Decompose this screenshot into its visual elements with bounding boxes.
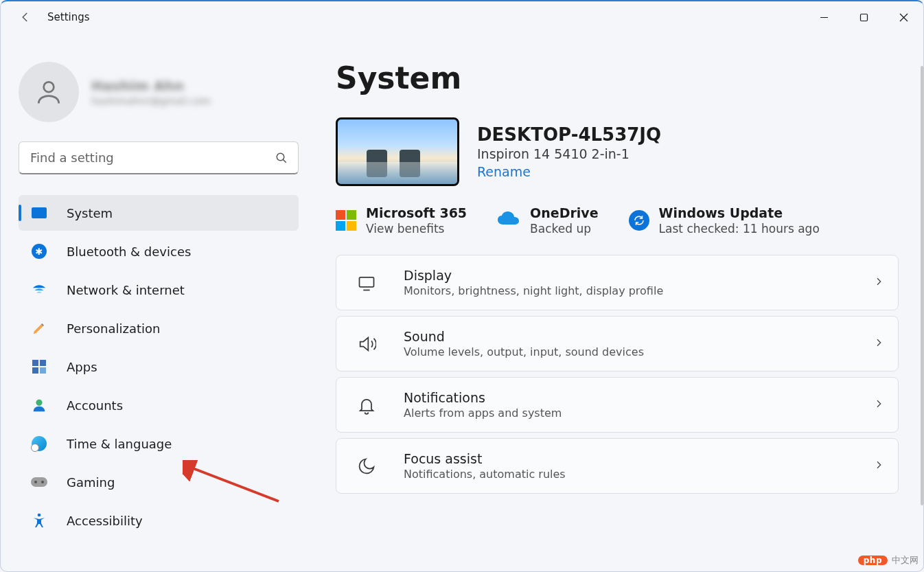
watermark: php 中文网 bbox=[858, 554, 919, 567]
card-title: Sound bbox=[404, 329, 853, 344]
chevron-right-icon bbox=[873, 337, 884, 351]
nav-label: Personalization bbox=[67, 321, 160, 336]
nav-label: Network & internet bbox=[67, 283, 185, 297]
nav-system[interactable]: System bbox=[19, 195, 299, 231]
nav-apps[interactable]: Apps bbox=[19, 349, 299, 385]
minimize-icon bbox=[820, 13, 829, 22]
status-sub: View benefits bbox=[366, 222, 467, 236]
nav: System ✱ Bluetooth & devices Network & i… bbox=[19, 195, 299, 538]
nav-label: Time & language bbox=[67, 437, 172, 451]
avatar bbox=[19, 62, 79, 122]
accessibility-icon bbox=[31, 512, 47, 529]
card-focus-assist[interactable]: Focus assistNotifications, automatic rul… bbox=[336, 438, 899, 494]
settings-cards: DisplayMonitors, brightness, night light… bbox=[336, 255, 899, 494]
nav-time-language[interactable]: Time & language bbox=[19, 426, 299, 461]
search-wrap bbox=[19, 141, 299, 174]
status-windows-update[interactable]: Windows UpdateLast checked: 11 hours ago bbox=[629, 205, 820, 236]
card-desc: Monitors, brightness, night light, displ… bbox=[404, 284, 853, 297]
watermark-badge: php bbox=[858, 556, 888, 565]
maximize-button[interactable] bbox=[844, 1, 883, 33]
card-display[interactable]: DisplayMonitors, brightness, night light… bbox=[336, 255, 899, 310]
svg-line-6 bbox=[283, 159, 286, 163]
search-icon bbox=[275, 152, 288, 164]
status-microsoft-365[interactable]: Microsoft 365View benefits bbox=[336, 205, 467, 236]
status-row: Microsoft 365View benefits OneDriveBacke… bbox=[336, 205, 899, 236]
account-icon bbox=[31, 397, 47, 413]
main-content: System DESKTOP-4L537JQ Inspiron 14 5410 … bbox=[316, 33, 923, 571]
moon-icon bbox=[350, 457, 383, 476]
onedrive-icon bbox=[497, 211, 520, 230]
search-input[interactable] bbox=[19, 141, 299, 174]
chevron-right-icon bbox=[873, 459, 884, 473]
close-icon bbox=[899, 13, 908, 22]
bluetooth-icon: ✱ bbox=[31, 243, 47, 260]
card-notifications[interactable]: NotificationsAlerts from apps and system bbox=[336, 377, 899, 433]
nav-bluetooth[interactable]: ✱ Bluetooth & devices bbox=[19, 233, 299, 269]
nav-gaming[interactable]: Gaming bbox=[19, 464, 299, 500]
globe-clock-icon bbox=[31, 435, 47, 452]
card-desc: Volume levels, output, input, sound devi… bbox=[404, 345, 853, 358]
arrow-left-icon bbox=[19, 11, 32, 23]
gamepad-icon bbox=[31, 474, 47, 490]
svg-rect-1 bbox=[860, 14, 867, 21]
app-title: Settings bbox=[47, 11, 90, 23]
apps-icon bbox=[31, 358, 47, 375]
rename-link[interactable]: Rename bbox=[477, 164, 531, 179]
status-title: OneDrive bbox=[530, 205, 599, 220]
close-button[interactable] bbox=[883, 1, 923, 33]
scrollbar[interactable] bbox=[921, 66, 923, 505]
svg-point-5 bbox=[277, 153, 284, 161]
nav-label: System bbox=[67, 206, 113, 220]
titlebar: Settings bbox=[1, 1, 923, 33]
status-title: Microsoft 365 bbox=[366, 205, 467, 220]
card-title: Display bbox=[404, 268, 853, 283]
chevron-right-icon bbox=[873, 398, 884, 412]
nav-network[interactable]: Network & internet bbox=[19, 272, 299, 308]
nav-label: Apps bbox=[67, 360, 97, 374]
nav-label: Bluetooth & devices bbox=[67, 244, 191, 259]
monitor-icon bbox=[31, 205, 47, 221]
nav-accessibility[interactable]: Accessibility bbox=[19, 503, 299, 538]
card-desc: Alerts from apps and system bbox=[404, 407, 853, 420]
nav-label: Gaming bbox=[67, 475, 115, 490]
user-account-row[interactable]: Hashim Ahn hashimahnn@gmail.com bbox=[19, 62, 299, 122]
watermark-text: 中文网 bbox=[892, 554, 919, 567]
bell-icon bbox=[350, 396, 383, 415]
minimize-button[interactable] bbox=[804, 1, 844, 33]
nav-label: Accounts bbox=[67, 398, 123, 413]
device-row: DESKTOP-4L537JQ Inspiron 14 5410 2-in-1 … bbox=[336, 117, 899, 186]
microsoft-logo-icon bbox=[336, 210, 356, 231]
person-icon bbox=[34, 77, 64, 107]
card-sound[interactable]: SoundVolume levels, output, input, sound… bbox=[336, 316, 899, 371]
device-preview[interactable] bbox=[336, 117, 459, 186]
window-controls bbox=[804, 1, 923, 33]
paintbrush-icon bbox=[31, 320, 47, 336]
sound-icon bbox=[350, 334, 383, 354]
nav-accounts[interactable]: Accounts bbox=[19, 387, 299, 423]
maximize-icon bbox=[859, 13, 868, 22]
back-button[interactable] bbox=[12, 3, 39, 31]
svg-point-4 bbox=[44, 82, 54, 92]
svg-point-8 bbox=[38, 514, 41, 517]
device-model: Inspiron 14 5410 2-in-1 bbox=[477, 146, 661, 161]
card-title: Notifications bbox=[404, 390, 853, 405]
user-name: Hashim Ahn bbox=[91, 78, 211, 94]
update-icon bbox=[629, 210, 649, 231]
device-name: DESKTOP-4L537JQ bbox=[477, 124, 661, 145]
nav-label: Accessibility bbox=[67, 514, 143, 528]
status-sub: Last checked: 11 hours ago bbox=[659, 222, 820, 236]
page-title: System bbox=[336, 60, 899, 95]
card-desc: Notifications, automatic rules bbox=[404, 468, 853, 481]
card-title: Focus assist bbox=[404, 451, 853, 466]
chevron-right-icon bbox=[873, 276, 884, 290]
status-onedrive[interactable]: OneDriveBacked up bbox=[497, 205, 599, 236]
nav-personalization[interactable]: Personalization bbox=[19, 310, 299, 346]
display-icon bbox=[350, 273, 383, 293]
user-email: hashimahnn@gmail.com bbox=[91, 95, 211, 106]
sidebar: Hashim Ahn hashimahnn@gmail.com System ✱… bbox=[1, 33, 316, 571]
wifi-icon bbox=[31, 282, 47, 298]
svg-rect-9 bbox=[360, 277, 374, 286]
svg-point-7 bbox=[36, 400, 42, 406]
status-title: Windows Update bbox=[659, 205, 820, 220]
status-sub: Backed up bbox=[530, 222, 599, 236]
